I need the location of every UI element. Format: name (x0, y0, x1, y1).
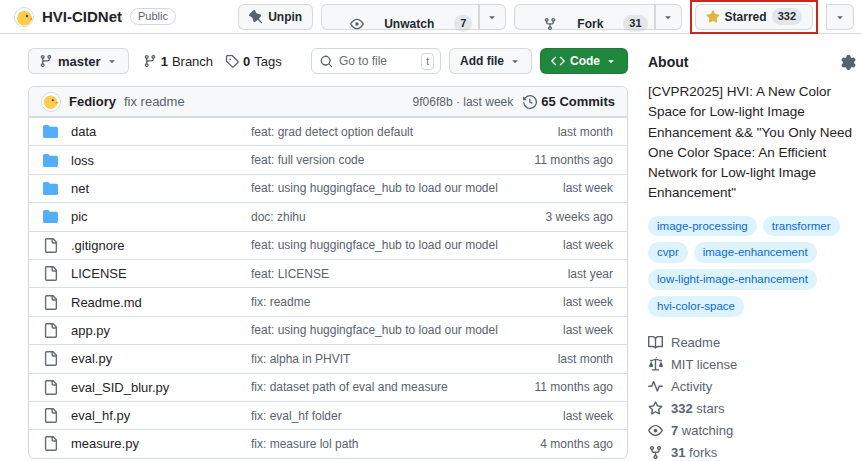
table-row[interactable]: data feat: grad detect option default la… (29, 117, 627, 145)
latest-commit-message[interactable]: fix readme (124, 94, 185, 109)
repo-description: [CVPR2025] HVI: A New Color Space for Lo… (648, 82, 856, 204)
topic-tag[interactable]: image-enhancement (694, 242, 817, 263)
table-row[interactable]: Readme.md fix: readme last week (29, 287, 627, 315)
chevron-down-icon (662, 11, 674, 23)
license-link[interactable]: MIT license (648, 357, 856, 372)
file-name-link[interactable]: eval_SID_blur.py (71, 380, 239, 395)
topic-tag[interactable]: low-light-image-enhancement (648, 269, 817, 290)
committer-avatar[interactable] (41, 92, 61, 112)
folder-icon (43, 124, 59, 139)
commit-message-link[interactable]: feat: grad detect option default (251, 125, 546, 139)
topic-tag[interactable]: image-processing (648, 216, 757, 237)
folder-icon (43, 181, 59, 196)
file-browser: Fediory fix readme 9f06f8b · last week 6… (28, 86, 628, 459)
table-row[interactable]: net feat: using huggingface_hub to load … (29, 174, 627, 202)
commit-message-link[interactable]: fix: readme (251, 295, 551, 309)
table-row[interactable]: eval_SID_blur.py fix: dataset path of ev… (29, 373, 627, 401)
watch-count: 7 (454, 15, 472, 32)
fork-label: Fork (577, 18, 603, 30)
commit-message-link[interactable]: feat: LICENSE (251, 267, 556, 281)
table-row[interactable]: loss feat: full version code 11 months a… (29, 145, 627, 173)
unpin-label: Unpin (268, 11, 302, 23)
add-file-button[interactable]: Add file (449, 48, 532, 74)
file-name-link[interactable]: net (71, 181, 239, 196)
pin-icon (249, 10, 263, 24)
license-label: MIT license (671, 357, 737, 372)
current-branch-label: master (58, 55, 101, 68)
history-icon (523, 95, 537, 109)
file-name-link[interactable]: LICENSE (71, 266, 239, 281)
file-name-link[interactable]: pic (71, 209, 239, 224)
forks-link[interactable]: 31 forks (648, 445, 856, 460)
commit-message-link[interactable]: doc: zhihu (251, 210, 534, 224)
commit-message-link[interactable]: fix: measure lol path (251, 437, 528, 451)
table-row[interactable]: eval.py fix: alpha in PHVIT last month (29, 344, 627, 372)
topic-tag[interactable]: cvpr (648, 242, 688, 263)
commit-message-link[interactable]: feat: using huggingface_hub to load our … (251, 323, 551, 337)
commit-history-link[interactable]: 65 Commits (523, 94, 615, 109)
table-row[interactable]: app.py feat: using huggingface_hub to lo… (29, 316, 627, 344)
tags-link[interactable]: 0 Tags (225, 54, 282, 69)
topic-list: image-processing transformer cvpr image-… (648, 216, 856, 318)
file-updated-date: 3 weeks ago (546, 210, 613, 224)
watching-link[interactable]: 7 watching (648, 423, 856, 438)
chevron-down-icon (486, 11, 498, 23)
code-icon (551, 54, 565, 68)
fork-button[interactable]: Fork 31 (514, 4, 654, 30)
commit-message-link[interactable]: fix: alpha in PHVIT (251, 352, 546, 366)
committer-name[interactable]: Fediory (69, 94, 116, 109)
go-to-file-input[interactable] (339, 54, 415, 68)
file-name-link[interactable]: eval.py (71, 351, 239, 366)
branches-link[interactable]: 1 Branch (143, 54, 213, 69)
table-row[interactable]: .gitignore feat: using huggingface_hub t… (29, 231, 627, 259)
chevron-down-icon (106, 55, 118, 67)
go-to-file-search[interactable]: t (311, 48, 441, 74)
commit-message-link[interactable]: feat: using huggingface_hub to load our … (251, 181, 551, 195)
table-row[interactable]: eval_hf.py fix: eval_hf folder last week (29, 401, 627, 429)
code-button[interactable]: Code (540, 48, 628, 74)
add-file-label: Add file (460, 55, 504, 67)
starred-label: Starred (725, 11, 767, 23)
about-sidebar: About [CVPR2025] HVI: A New Color Space … (648, 48, 856, 461)
unwatch-button[interactable]: Unwatch 7 (321, 4, 479, 30)
stars-link[interactable]: 332 stars (648, 401, 856, 416)
file-icon (43, 408, 59, 423)
starred-button[interactable]: Starred 332 (695, 4, 813, 30)
file-updated-date: last month (558, 352, 613, 366)
file-name-link[interactable]: loss (71, 153, 239, 168)
unpin-button[interactable]: Unpin (238, 4, 313, 30)
star-dropdown-button[interactable] (826, 4, 854, 30)
eye-icon (648, 423, 663, 438)
file-name-link[interactable]: measure.py (71, 436, 239, 451)
topic-tag[interactable]: transformer (763, 216, 840, 237)
table-row[interactable]: LICENSE feat: LICENSE last year (29, 259, 627, 287)
file-updated-date: last year (568, 267, 613, 281)
unwatch-dropdown-button[interactable] (479, 4, 506, 30)
activity-link[interactable]: Activity (648, 379, 856, 394)
topic-tag[interactable]: hvi-color-space (648, 296, 744, 317)
org-avatar[interactable] (14, 7, 34, 27)
chevron-down-icon (834, 11, 846, 23)
file-updated-date: last week (563, 238, 613, 252)
readme-link[interactable]: Readme (648, 335, 856, 350)
file-name-link[interactable]: data (71, 124, 239, 139)
commit-message-link[interactable]: feat: full version code (251, 153, 523, 167)
table-row[interactable]: pic doc: zhihu 3 weeks ago (29, 202, 627, 230)
fork-count: 31 (623, 15, 647, 32)
table-row[interactable]: measure.py fix: measure lol path 4 month… (29, 429, 627, 457)
file-name-link[interactable]: .gitignore (71, 238, 239, 253)
watching-label: watching (682, 423, 733, 438)
file-name-link[interactable]: Readme.md (71, 295, 239, 310)
fork-dropdown-button[interactable] (655, 4, 682, 30)
file-name-link[interactable]: eval_hf.py (71, 408, 239, 423)
commit-sha-time[interactable]: 9f06f8b · last week (413, 95, 514, 109)
file-name-link[interactable]: app.py (71, 323, 239, 338)
gear-icon[interactable] (841, 55, 856, 70)
commit-message-link[interactable]: feat: using huggingface_hub to load our … (251, 238, 551, 252)
branch-selector[interactable]: master (28, 48, 129, 74)
readme-label: Readme (671, 335, 720, 350)
file-icon (43, 238, 59, 253)
commit-message-link[interactable]: fix: eval_hf folder (251, 409, 551, 423)
commit-message-link[interactable]: fix: dataset path of eval and measure (251, 380, 523, 394)
repo-title[interactable]: HVI-CIDNet (42, 8, 122, 25)
